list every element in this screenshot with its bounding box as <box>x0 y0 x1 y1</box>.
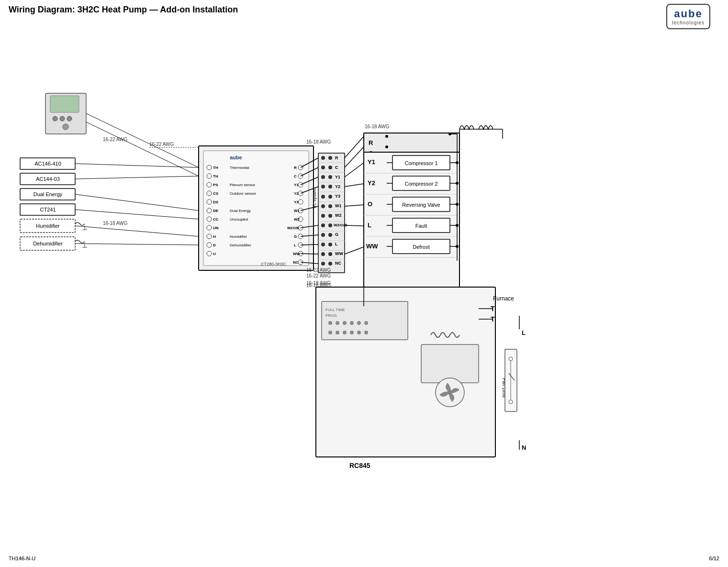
svg-point-103 <box>328 195 332 199</box>
svg-point-30 <box>207 182 212 187</box>
svg-line-179 <box>345 163 364 177</box>
svg-line-182 <box>345 225 364 226</box>
svg-text:FULL TIME: FULL TIME <box>325 308 345 312</box>
svg-text:16-22 AWG: 16-22 AWG <box>103 137 128 142</box>
svg-point-2 <box>53 116 57 121</box>
svg-text:Plenum sensor: Plenum sensor <box>230 183 256 187</box>
svg-text:Dual Energy: Dual Energy <box>34 191 63 197</box>
svg-text:TH: TH <box>213 166 218 170</box>
svg-text:W2/O/B: W2/O/B <box>334 223 347 227</box>
svg-text:Fan Limit: Fan Limit <box>502 378 507 398</box>
svg-text:Y3: Y3 <box>335 194 340 199</box>
svg-text:C: C <box>294 174 297 178</box>
svg-text:16-18 AWG: 16-18 AWG <box>365 124 390 129</box>
svg-text:AC144-03: AC144-03 <box>36 176 60 182</box>
svg-text:UN: UN <box>213 226 219 230</box>
svg-text:Y1: Y1 <box>335 175 340 179</box>
svg-point-224 <box>343 331 347 334</box>
svg-point-68 <box>298 260 303 265</box>
svg-point-34 <box>207 217 212 222</box>
svg-text:Fault: Fault <box>415 223 427 229</box>
svg-text:16-18 AWG: 16-18 AWG <box>306 283 331 288</box>
svg-text:AC146-410: AC146-410 <box>34 161 61 167</box>
svg-text:Reversing Valve: Reversing Valve <box>402 202 440 208</box>
svg-text:T: T <box>491 315 495 323</box>
svg-rect-136 <box>364 152 459 310</box>
svg-point-67 <box>298 251 303 256</box>
svg-text:16-18 AWG: 16-18 AWG <box>306 139 331 145</box>
svg-point-102 <box>321 195 325 199</box>
svg-point-111 <box>328 233 332 237</box>
svg-point-32 <box>207 200 212 204</box>
svg-point-3 <box>60 116 65 121</box>
svg-point-237 <box>448 133 451 135</box>
svg-rect-0 <box>45 93 86 134</box>
svg-line-170 <box>301 187 318 193</box>
svg-text:Dehumidifier: Dehumidifier <box>230 243 251 247</box>
svg-point-96 <box>321 166 325 169</box>
svg-rect-133 <box>364 133 459 152</box>
page-title: Wiring Diagram: 3H2C Heat Pump — Add-on … <box>9 5 238 15</box>
svg-text:L: L <box>294 243 296 247</box>
svg-text:D: D <box>213 243 216 247</box>
brand-subtitle: technologies <box>672 20 705 25</box>
svg-point-28 <box>207 165 212 170</box>
svg-text:NC: NC <box>293 260 299 265</box>
svg-text:16-18 AWG: 16-18 AWG <box>103 221 128 226</box>
svg-point-218 <box>343 321 347 325</box>
svg-text:DS: DS <box>213 200 219 204</box>
svg-point-101 <box>328 185 332 189</box>
svg-text:W1: W1 <box>294 209 300 213</box>
svg-text:Y2: Y2 <box>368 179 375 187</box>
svg-line-188 <box>75 226 199 236</box>
svg-rect-25 <box>203 151 309 266</box>
svg-point-4 <box>67 116 72 121</box>
svg-rect-213 <box>322 301 408 340</box>
svg-point-220 <box>357 321 361 325</box>
logo-box: aube technologies <box>666 4 710 29</box>
svg-rect-208 <box>505 349 517 411</box>
svg-text:Humidifier: Humidifier <box>230 234 247 239</box>
svg-text:T: T <box>491 305 495 312</box>
svg-text:CS: CS <box>213 191 219 196</box>
svg-point-35 <box>207 225 212 230</box>
svg-rect-152 <box>392 197 450 211</box>
svg-point-62 <box>298 208 303 213</box>
svg-point-58 <box>298 174 303 178</box>
svg-text:NC: NC <box>335 261 341 266</box>
svg-text:WW: WW <box>335 251 343 256</box>
svg-line-180 <box>345 184 364 187</box>
svg-line-178 <box>345 147 364 167</box>
svg-line-169 <box>301 177 318 185</box>
svg-point-234 <box>385 145 388 148</box>
svg-point-59 <box>298 182 303 187</box>
svg-text:16-22 AWG: 16-22 AWG <box>149 142 174 147</box>
svg-rect-82 <box>318 153 345 273</box>
svg-point-246 <box>456 245 459 248</box>
svg-text:Y1: Y1 <box>368 158 375 166</box>
svg-rect-14 <box>20 219 75 233</box>
svg-line-173 <box>301 235 318 236</box>
svg-text:Compressor 1: Compressor 1 <box>404 160 437 166</box>
svg-point-240 <box>456 182 459 185</box>
svg-point-217 <box>336 321 339 325</box>
svg-line-176 <box>301 262 318 264</box>
svg-text:R: R <box>335 156 338 160</box>
svg-point-61 <box>298 200 303 204</box>
brand-name: aube <box>672 8 705 20</box>
svg-text:DE: DE <box>213 209 219 213</box>
svg-point-95 <box>328 156 332 160</box>
svg-point-244 <box>456 224 459 227</box>
svg-text:G: G <box>335 232 338 237</box>
svg-text:C: C <box>335 165 338 170</box>
svg-line-177 <box>345 136 364 158</box>
svg-rect-1 <box>50 96 79 112</box>
svg-rect-8 <box>20 173 75 185</box>
svg-rect-156 <box>392 239 450 254</box>
svg-point-202 <box>448 390 452 395</box>
svg-line-174 <box>301 245 318 245</box>
svg-point-238 <box>456 161 459 164</box>
svg-text:R: R <box>369 139 373 146</box>
svg-text:Furnace: Furnace <box>493 295 514 302</box>
svg-rect-12 <box>20 204 75 215</box>
